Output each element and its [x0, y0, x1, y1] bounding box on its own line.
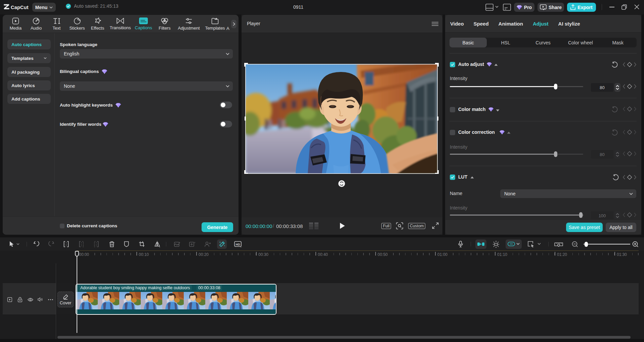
svg-text:HD: HD	[236, 243, 240, 246]
